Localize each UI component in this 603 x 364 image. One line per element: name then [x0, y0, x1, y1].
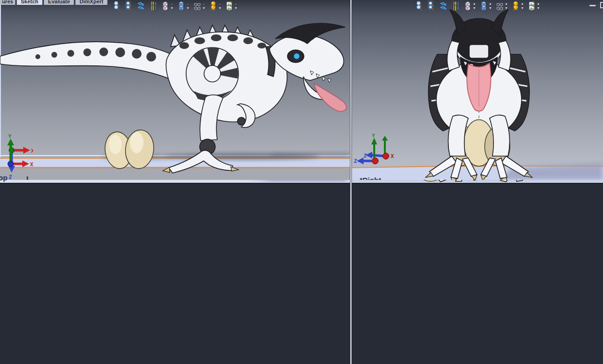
robot-dinosaur-side-view[interactable]	[0, 23, 347, 173]
orientation-triad: Y Z	[354, 134, 393, 168]
dropdown-arrow-icon[interactable]: ▾	[538, 6, 540, 10]
vertical-pane-splitter[interactable]	[350, 0, 352, 364]
tab-label: ures	[2, 0, 13, 5]
view-label: *Right	[360, 176, 381, 180]
apply-scene-icon[interactable]	[226, 4, 233, 12]
dropdown-arrow-icon[interactable]: ▾	[171, 6, 173, 10]
window-controls	[589, 2, 603, 8]
minimize-button[interactable]	[589, 5, 596, 6]
tab-sketch[interactable]: Sketch	[16, 0, 43, 5]
eye	[294, 53, 300, 60]
section-view-icon[interactable]	[149, 4, 157, 12]
tab-evaluate[interactable]: Evaluate	[44, 0, 74, 5]
display-style-icon[interactable]	[177, 4, 185, 12]
dropdown-arrow-icon[interactable]: ▾	[505, 6, 507, 10]
dropdown-arrow-icon[interactable]: ▾	[473, 6, 475, 10]
horizontal-pane-splitter[interactable]	[0, 182, 603, 184]
previous-view-icon[interactable]	[137, 4, 144, 12]
axis-label-y: Y	[372, 134, 375, 139]
viewport-front-view[interactable]: ▾▾▾▾▾ Y Z *Right	[352, 0, 603, 180]
view-orientation-icon[interactable]	[161, 4, 169, 12]
tab-dimxpert[interactable]: DimXpert	[75, 0, 108, 5]
zoom-to-area-icon[interactable]	[428, 4, 435, 12]
restore-button[interactable]	[600, 2, 603, 8]
axis-label-x: X	[30, 161, 33, 168]
zoom-to-fit-icon[interactable]	[415, 4, 423, 12]
axis-label-z: Z	[354, 158, 357, 164]
solidworks-four-viewport-workspace: ures Sketch Evaluate DimXpert ▾▾▾▾▾ X Z …	[0, 0, 603, 364]
view-orientation-icon[interactable]	[464, 4, 471, 12]
command-manager-tabs: ures Sketch Evaluate DimXpert	[0, 0, 109, 5]
heads-up-toolbar: ▾▾▾▾▾	[113, 4, 237, 12]
axis-label-y: Y	[8, 134, 12, 140]
hide-show-items-icon[interactable]	[496, 4, 503, 12]
dropdown-arrow-icon[interactable]: ▾	[489, 6, 491, 10]
side-view-canvas[interactable]	[0, 0, 350, 180]
previous-view-icon[interactable]	[440, 4, 447, 12]
dropdown-arrow-icon[interactable]: ▾	[235, 6, 237, 10]
tab-label: Sketch	[21, 0, 38, 5]
tab-label: Evaluate	[48, 0, 70, 5]
tab-features-clipped[interactable]: ures	[0, 0, 16, 5]
viewport-side-view[interactable]: ▾▾▾▾▾ Y X	[0, 0, 350, 180]
orientation-triad: Y X	[1, 134, 35, 175]
edit-appearance-icon[interactable]	[210, 4, 217, 12]
dropdown-arrow-icon[interactable]: ▾	[187, 6, 189, 10]
section-view-icon[interactable]	[452, 4, 459, 12]
view-label-clipped	[27, 176, 28, 180]
tab-label: DimXpert	[79, 0, 103, 5]
hide-show-items-icon[interactable]	[193, 4, 201, 12]
display-style-icon[interactable]	[480, 4, 487, 12]
dropdown-arrow-icon[interactable]: ▾	[219, 6, 221, 10]
robot-dinosaur-front-view[interactable]	[426, 10, 532, 180]
edit-appearance-icon[interactable]	[512, 4, 520, 12]
apply-scene-icon[interactable]	[528, 4, 536, 12]
dropdown-arrow-icon[interactable]: ▾	[522, 6, 524, 10]
zoom-to-area-icon[interactable]	[125, 4, 132, 12]
dropdown-arrow-icon[interactable]: ▾	[203, 6, 205, 10]
heads-up-toolbar: ▾▾▾▾▾	[415, 4, 539, 12]
zoom-to-fit-icon[interactable]	[113, 4, 120, 12]
